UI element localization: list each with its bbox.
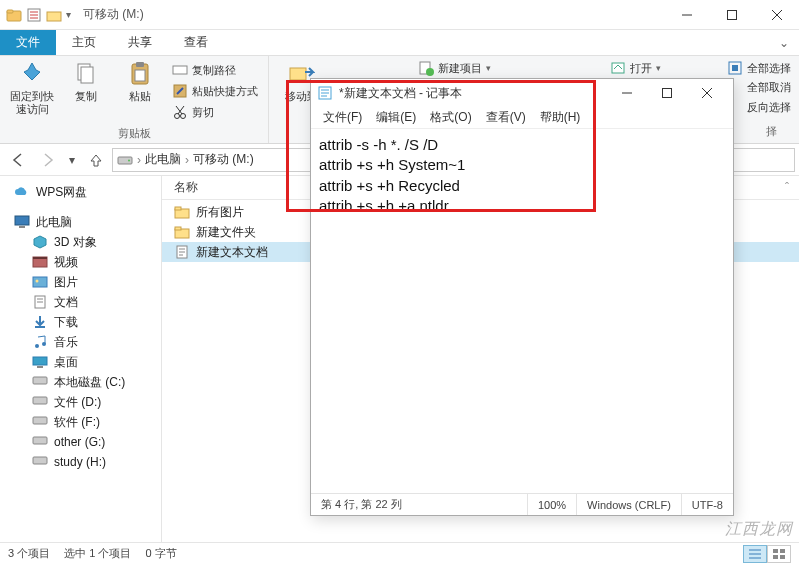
svg-rect-61 (780, 549, 785, 553)
chevron-right-icon[interactable]: › (135, 153, 143, 167)
svg-rect-62 (773, 555, 778, 559)
sidebar-item-documents[interactable]: 文档 (0, 292, 161, 312)
tab-file[interactable]: 文件 (0, 30, 56, 55)
breadcrumb-thispc[interactable]: 此电脑 (145, 151, 181, 168)
picture-icon (32, 274, 48, 290)
tab-home[interactable]: 主页 (56, 30, 112, 55)
newitem-button[interactable]: 新建项目 ▾ (414, 58, 495, 78)
group-label-clipboard: 剪贴板 (6, 125, 262, 143)
svg-rect-52 (175, 227, 181, 230)
sidebar-item-f[interactable]: 软件 (F:) (0, 412, 161, 432)
svg-point-40 (35, 344, 39, 348)
view-icons-button[interactable] (767, 545, 791, 563)
breadcrumb-drive[interactable]: 可移动 (M:) (193, 151, 254, 168)
sidebar-item-h[interactable]: study (H:) (0, 452, 161, 472)
svg-rect-69 (663, 89, 672, 98)
svg-rect-22 (290, 68, 306, 80)
svg-rect-47 (33, 437, 47, 444)
svg-rect-33 (33, 257, 47, 259)
notepad-title: *新建文本文档 - 记事本 (339, 85, 607, 102)
svg-rect-31 (19, 226, 25, 228)
svg-rect-1 (7, 10, 13, 13)
svg-point-24 (426, 68, 434, 76)
window-buttons (664, 0, 799, 30)
svg-point-35 (36, 280, 39, 283)
sidebar-item-desktop[interactable]: 桌面 (0, 352, 161, 372)
paste-button[interactable]: 粘贴 (114, 58, 166, 105)
pin-button[interactable]: 固定到快 速访问 (6, 58, 58, 117)
open-icon (610, 60, 626, 76)
status-count: 3 个项目 (8, 546, 50, 561)
video-icon (32, 254, 48, 270)
notepad-close-button[interactable] (687, 79, 727, 107)
up-button[interactable] (82, 147, 110, 173)
deselect-button[interactable]: 全部取消 (743, 78, 795, 97)
drive-icon (117, 154, 133, 166)
document-icon (32, 294, 48, 310)
sidebar-item-d[interactable]: 文件 (D:) (0, 392, 161, 412)
menu-format[interactable]: 格式(O) (424, 109, 477, 126)
sidebar-item-3d[interactable]: 3D 对象 (0, 232, 161, 252)
menu-file[interactable]: 文件(F) (317, 109, 368, 126)
back-button[interactable] (4, 147, 32, 173)
window-titlebar: ▾ 可移动 (M:) (0, 0, 799, 30)
notepad-textarea[interactable]: attrib -s -h *. /S /D attrib +s +h Syste… (311, 129, 733, 493)
recent-dropdown[interactable]: ▾ (64, 147, 80, 173)
selectall-button[interactable]: 全部选择 (723, 58, 795, 78)
sidebar-item-g[interactable]: other (G:) (0, 432, 161, 452)
textfile-icon (174, 244, 190, 260)
ribbon-expand-icon[interactable]: ⌄ (769, 30, 799, 55)
navigation-pane: WPS网盘 此电脑 3D 对象 视频 图片 文档 下载 音乐 桌面 本地磁盘 (… (0, 176, 162, 542)
menu-view[interactable]: 查看(V) (480, 109, 532, 126)
notepad-maximize-button[interactable] (647, 79, 687, 107)
minimize-button[interactable] (664, 0, 709, 30)
notepad-line: attrib +s +h System~1 (319, 156, 465, 173)
invert-button[interactable]: 反向选择 (743, 98, 795, 117)
notepad-menu: 文件(F) 编辑(E) 格式(O) 查看(V) 帮助(H) (311, 107, 733, 129)
notepad-minimize-button[interactable] (607, 79, 647, 107)
sort-asc-icon[interactable]: ˆ (785, 181, 799, 195)
svg-rect-27 (732, 65, 738, 71)
forward-button[interactable] (34, 147, 62, 173)
sidebar-item-music[interactable]: 音乐 (0, 332, 161, 352)
quick-access-toolbar: ▾ (0, 7, 77, 23)
sidebar-item-videos[interactable]: 视频 (0, 252, 161, 272)
cut-button[interactable]: 剪切 (168, 102, 262, 122)
sidebar-item-pictures[interactable]: 图片 (0, 272, 161, 292)
svg-rect-34 (33, 277, 47, 287)
drive-icon (32, 434, 48, 450)
menu-help[interactable]: 帮助(H) (534, 109, 587, 126)
menu-edit[interactable]: 编辑(E) (370, 109, 422, 126)
folder-icon (174, 224, 190, 240)
monitor-icon (14, 214, 30, 230)
notepad-titlebar[interactable]: *新建文本文档 - 记事本 (311, 79, 733, 107)
maximize-button[interactable] (709, 0, 754, 30)
svg-rect-30 (15, 216, 29, 225)
sidebar-item-wps[interactable]: WPS网盘 (0, 182, 161, 202)
notepad-line: attrib -s -h *. /S /D (319, 136, 438, 153)
tab-view[interactable]: 查看 (168, 30, 224, 55)
status-bar: 3 个项目 选中 1 个项目 0 字节 (0, 542, 799, 564)
qat-dropdown-icon[interactable]: ▾ (66, 9, 71, 20)
close-button[interactable] (754, 0, 799, 30)
view-details-button[interactable] (743, 545, 767, 563)
sidebar-item-c[interactable]: 本地磁盘 (C:) (0, 372, 161, 392)
pin-icon (18, 60, 46, 88)
sidebar-item-downloads[interactable]: 下载 (0, 312, 161, 332)
status-selection: 选中 1 个项目 (64, 546, 131, 561)
tab-share[interactable]: 共享 (112, 30, 168, 55)
copy-button[interactable]: 复制 (60, 58, 112, 105)
sidebar-item-thispc[interactable]: 此电脑 (0, 212, 161, 232)
chevron-right-icon[interactable]: › (183, 153, 191, 167)
svg-rect-48 (33, 457, 47, 464)
copypath-button[interactable]: 复制路径 (168, 60, 262, 80)
selectall-icon (727, 60, 743, 76)
paste-icon (126, 60, 154, 88)
properties-icon[interactable] (26, 7, 42, 23)
pasteshortcut-button[interactable]: 粘贴快捷方式 (168, 81, 262, 101)
status-eol: Windows (CRLF) (576, 494, 681, 515)
folder-open-icon[interactable] (46, 7, 62, 23)
notepad-line: attrib +s +h Recycled (319, 177, 460, 194)
open-button[interactable]: 打开 ▾ (606, 58, 665, 78)
window-title: 可移动 (M:) (77, 6, 664, 23)
